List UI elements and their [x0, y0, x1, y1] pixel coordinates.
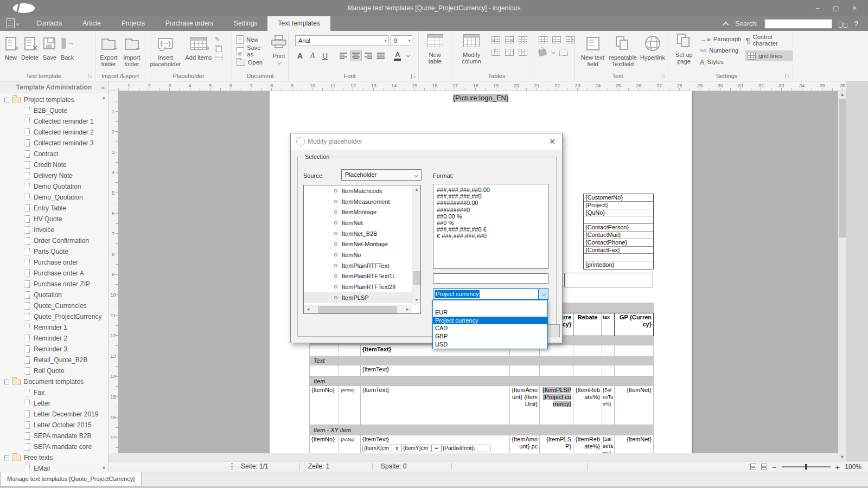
- currency-combo[interactable]: Project currency: [433, 288, 548, 300]
- empty-field-box[interactable]: [564, 273, 653, 287]
- tree-item[interactable]: Order Confirmation: [0, 235, 108, 246]
- align-justify-button[interactable]: [375, 50, 387, 61]
- fit-width-icon[interactable]: [761, 464, 767, 470]
- source-combo[interactable]: Placeholder: [341, 169, 422, 181]
- scroll-down-icon[interactable]: ▼: [100, 465, 107, 472]
- vertical-scrollbar[interactable]: ▲ ▼: [838, 91, 846, 461]
- document-open-button[interactable]: Open: [237, 57, 267, 67]
- tree-item[interactable]: Contract: [0, 149, 108, 159]
- scroll-up-icon[interactable]: ▲: [412, 185, 421, 194]
- fill-color-dropdown-icon[interactable]: [551, 49, 556, 54]
- tree-item[interactable]: Roll Quote: [0, 365, 108, 376]
- new-text-field-button[interactable]: New text field: [579, 34, 606, 68]
- tree-item[interactable]: HV Quote: [0, 214, 108, 224]
- format-line[interactable]: ##0.00 %: [437, 213, 545, 220]
- copy-pages-icon[interactable]: [215, 45, 222, 52]
- placeholder-list-item[interactable]: ItemMatchcode: [304, 185, 420, 196]
- tree-item[interactable]: Letter December 2019: [0, 409, 108, 420]
- placeholder-list-item[interactable]: ItemNo: [304, 249, 420, 260]
- tree-item[interactable]: SEPA mandate B2B: [0, 431, 108, 441]
- print-dropdown-icon[interactable]: [277, 60, 282, 64]
- scroll-down-icon[interactable]: ▼: [412, 296, 421, 305]
- tree-item[interactable]: Purchase order ZIP: [0, 279, 108, 290]
- listbox-hscrollbar[interactable]: ◄ ►: [304, 305, 412, 313]
- menu-tab[interactable]: Text templates: [267, 16, 330, 31]
- scrollbar-thumb[interactable]: [413, 271, 420, 285]
- placeholder-list-item[interactable]: ItemNet_B2B: [304, 228, 420, 239]
- zoom-slider[interactable]: [782, 466, 831, 467]
- numbering-button[interactable]: ⅓≡Numbering: [699, 46, 741, 55]
- document-new-button[interactable]: New: [237, 35, 267, 44]
- contact-table[interactable]: {CustomerNo}{Project}{QuNo}{ContactPerso…: [583, 194, 654, 269]
- dialog-titlebar[interactable]: Modify placeholder ✕: [291, 133, 562, 150]
- menu-tab[interactable]: Contacts: [26, 16, 72, 31]
- tree-item[interactable]: Quote_Currencies: [0, 300, 108, 311]
- tree-collapse-icon[interactable]: [4, 380, 9, 384]
- tree-item[interactable]: Free texts: [0, 452, 108, 463]
- tree-item[interactable]: SEPA mandate core: [0, 441, 108, 452]
- tree-collapse-icon[interactable]: [4, 455, 9, 460]
- scroll-left-icon[interactable]: ◄: [304, 305, 312, 314]
- edit-placeholder-icon[interactable]: ✎: [215, 36, 222, 43]
- dialog-launcher-icon[interactable]: ↘: [786, 74, 790, 79]
- horizontal-scrollbar[interactable]: [108, 453, 838, 461]
- font-color-button[interactable]: A: [393, 51, 402, 61]
- format-line[interactable]: ###,###,###,##0 €: [437, 226, 545, 233]
- scroll-right-icon[interactable]: ►: [403, 305, 412, 314]
- zoom-out-icon[interactable]: −: [772, 463, 777, 472]
- logo-placeholder[interactable]: {Picture:logo_EN}: [453, 94, 509, 102]
- export-folder-button[interactable]: →Export folder: [98, 34, 120, 68]
- tree-item[interactable]: Collected reminder 3: [0, 138, 108, 149]
- horizontal-ruler[interactable]: 1234567891011121314151617181920212223242…: [108, 81, 846, 91]
- zoom-slider-thumb[interactable]: [805, 464, 807, 470]
- all-borders-icon[interactable]: [552, 36, 561, 43]
- tree-item[interactable]: Purchase order: [0, 257, 108, 268]
- new-table-button[interactable]: New table: [424, 31, 445, 76]
- dialog-launcher-icon[interactable]: ↘: [411, 74, 416, 79]
- align-left-button[interactable]: [337, 50, 349, 61]
- merge-cells-icon[interactable]: ↔: [519, 49, 527, 56]
- scroll-up-icon[interactable]: ▲: [838, 91, 846, 98]
- document-tab[interactable]: Manage text templates [Quote_ProjectCurr…: [0, 472, 142, 486]
- maximize-button[interactable]: ▢: [827, 0, 845, 16]
- minimize-button[interactable]: –: [808, 0, 827, 16]
- vertical-ruler[interactable]: 1234567891011121314151617: [108, 91, 118, 453]
- placeholder-list-item[interactable]: ItemPLSP: [304, 292, 420, 303]
- close-button[interactable]: ✕: [845, 0, 864, 16]
- placeholder-list-item[interactable]: ItemPlainRTFText1L: [304, 271, 420, 282]
- format-line[interactable]: #########0: [437, 207, 545, 213]
- scroll-down-icon[interactable]: ▼: [838, 454, 846, 461]
- tree-collapse-icon[interactable]: [4, 98, 9, 102]
- tree-item[interactable]: Reminder 1: [0, 322, 108, 333]
- tree-item[interactable]: Letter: [0, 398, 108, 409]
- fit-page-icon[interactable]: [750, 464, 756, 470]
- collapse-sidebar-icon[interactable]: «: [101, 81, 105, 93]
- zoom-in-icon[interactable]: +: [835, 463, 840, 472]
- scroll-up-icon[interactable]: ▲: [100, 94, 107, 101]
- placeholder-listbox[interactable]: ItemMatchcodeItemMeasurementItemMontageI…: [303, 185, 421, 314]
- main-menu-icon[interactable]: [7, 18, 20, 29]
- help-icon[interactable]: ?: [854, 19, 858, 28]
- tree-item[interactable]: B2B_Quote: [0, 105, 108, 116]
- tree-item[interactable]: Retail_Quote_B2B: [0, 355, 108, 365]
- placeholder-list-item[interactable]: ItemMeasurement: [304, 196, 420, 207]
- currency-option[interactable]: EUR: [433, 309, 547, 317]
- currency-option[interactable]: Project currency: [433, 317, 547, 325]
- add-items-button[interactable]: +Add items: [183, 34, 214, 68]
- control-character-button[interactable]: ¶Control character: [745, 35, 793, 45]
- format-line[interactable]: ###,###,###,##0: [437, 193, 545, 200]
- tree-item[interactable]: Document templates: [0, 376, 108, 387]
- tree-item[interactable]: Collected reminder 2: [0, 127, 108, 138]
- align-center-button[interactable]: [350, 50, 362, 61]
- currency-option[interactable]: GBP: [433, 332, 547, 341]
- placeholder-list-item[interactable]: ItemPlainRTFText: [304, 260, 420, 271]
- bold-button[interactable]: A: [294, 50, 306, 61]
- print-button[interactable]: Print: [270, 31, 288, 67]
- delete-template-button[interactable]: ✕Delete: [20, 34, 40, 62]
- font-size-combo[interactable]: 9▾: [391, 35, 412, 46]
- font-family-combo[interactable]: Arial▾: [295, 35, 388, 46]
- format-line[interactable]: #########0.00: [437, 200, 545, 206]
- format-line[interactable]: ##0 %: [437, 220, 545, 226]
- import-folder-button[interactable]: ←Import folder: [121, 34, 143, 68]
- insert-placeholder-button[interactable]: {···}Insert placeholder: [149, 34, 182, 68]
